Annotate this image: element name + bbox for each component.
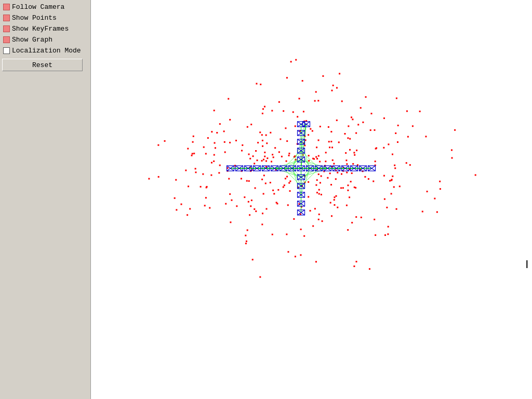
show-points-row[interactable]: Show Points [2,13,88,23]
follow-camera-checkbox[interactable] [3,4,10,10]
show-keyframes-checkbox[interactable] [3,25,10,32]
show-keyframes-label: Show KeyFrames [12,25,69,33]
localization-mode-checkbox[interactable] [3,47,10,54]
sidebar: Follow Camera Show Points Show KeyFrames… [0,0,91,399]
visualization-canvas[interactable]: | [91,0,532,399]
reset-button[interactable]: Reset [2,59,83,71]
slam-visualization [91,0,532,399]
localization-mode-label: Localization Mode [12,47,81,55]
show-points-checkbox[interactable] [3,15,10,21]
show-graph-checkbox[interactable] [3,36,10,43]
show-points-label: Show Points [12,14,57,22]
localization-mode-row[interactable]: Localization Mode [2,46,88,56]
show-graph-row[interactable]: Show Graph [2,35,88,45]
follow-camera-label: Follow Camera [12,3,64,11]
follow-camera-row[interactable]: Follow Camera [2,2,88,12]
show-graph-label: Show Graph [12,36,52,44]
show-keyframes-row[interactable]: Show KeyFrames [2,24,88,34]
cursor-indicator: | [524,260,529,269]
